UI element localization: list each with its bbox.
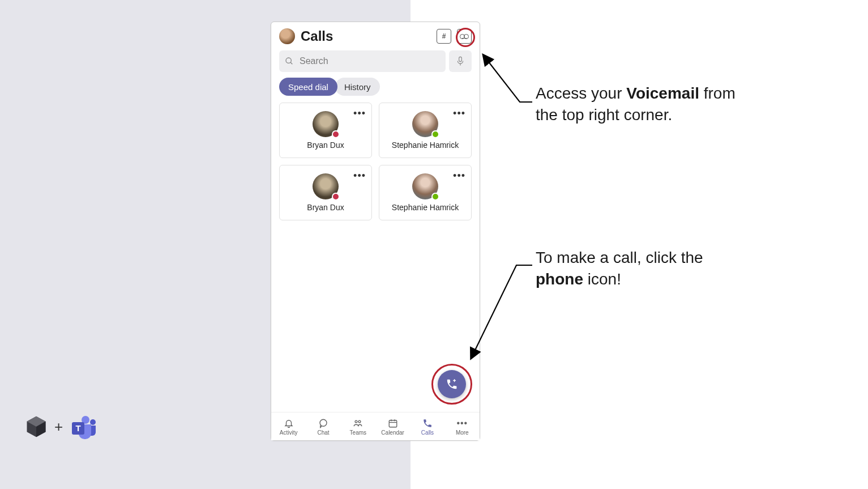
callout-phone: To make a call, click the phone icon! [536, 247, 739, 290]
presence-busy-icon [332, 130, 340, 138]
more-options-icon[interactable]: ••• [453, 170, 465, 182]
bottom-nav: Activity Chat Teams Calendar Calls ••• M… [271, 412, 480, 440]
tab-speed-dial[interactable]: Speed dial [279, 78, 337, 96]
svg-point-0 [286, 58, 291, 63]
svg-rect-2 [459, 57, 462, 61]
contact-name: Stephanie Hamrick [392, 203, 459, 212]
make-call-button[interactable] [438, 370, 466, 398]
search-icon [285, 57, 294, 66]
nav-label: Chat [317, 430, 329, 436]
calendar-icon [387, 418, 399, 429]
teams-logo-icon: T [69, 414, 97, 439]
nav-more[interactable]: ••• More [447, 418, 477, 436]
cube-logo-icon [24, 414, 49, 439]
speed-dial-grid: ••• Bryan Dux ••• Stephanie Hamrick ••• … [271, 103, 480, 220]
svg-rect-7 [389, 420, 397, 427]
contact-card[interactable]: ••• Stephanie Hamrick [379, 103, 472, 158]
phone-icon [422, 418, 433, 429]
avatar [313, 111, 339, 137]
tabs: Speed dial History [271, 78, 480, 103]
chat-icon [318, 418, 329, 429]
contact-name: Bryan Dux [307, 203, 344, 212]
voice-search-button[interactable] [449, 50, 472, 72]
nav-calls[interactable]: Calls [412, 418, 443, 436]
page-title: Calls [301, 28, 431, 44]
nav-label: Calendar [381, 430, 404, 436]
logo-cluster: + T [24, 414, 97, 439]
nav-teams[interactable]: Teams [343, 418, 373, 436]
svg-point-6 [358, 420, 361, 423]
presence-available-icon [431, 130, 439, 138]
contact-card[interactable]: ••• Stephanie Hamrick [379, 165, 472, 220]
svg-point-12 [90, 419, 96, 425]
nav-calendar[interactable]: Calendar [378, 418, 408, 436]
callout-text: To make a call, click the [536, 249, 703, 266]
avatar [412, 173, 438, 199]
presence-busy-icon [332, 193, 340, 201]
phone-add-icon [446, 378, 458, 390]
callout-voicemail: Access your Voicemail from the top right… [536, 83, 739, 126]
nav-label: More [456, 430, 469, 436]
more-icon: ••• [456, 418, 468, 429]
teams-icon [352, 418, 364, 429]
nav-chat[interactable]: Chat [308, 418, 339, 436]
nav-label: Calls [421, 430, 434, 436]
search-input[interactable]: Search [279, 50, 446, 72]
phone-header: Calls # [271, 22, 480, 50]
contact-card[interactable]: ••• Bryan Dux [279, 103, 372, 158]
callout-bold: phone [536, 270, 583, 288]
user-avatar[interactable] [279, 28, 295, 44]
svg-text:T: T [76, 423, 81, 433]
tab-history[interactable]: History [335, 78, 380, 96]
microphone-icon [456, 56, 464, 66]
contact-card[interactable]: ••• Bryan Dux [279, 165, 372, 220]
presence-available-icon [431, 193, 439, 201]
callout-text: icon! [583, 270, 621, 288]
search-row: Search [271, 50, 480, 78]
avatar [412, 111, 438, 137]
plus-text: + [54, 418, 63, 436]
callout-bold: Voicemail [626, 84, 699, 102]
phone-mockup: Calls # Search Speed dial History ••• Br… [271, 22, 480, 441]
nav-label: Teams [350, 430, 366, 436]
more-options-icon[interactable]: ••• [353, 170, 366, 182]
contact-name: Bryan Dux [307, 141, 344, 150]
contact-name: Stephanie Hamrick [392, 141, 459, 150]
voicemail-icon[interactable] [457, 29, 472, 44]
more-options-icon[interactable]: ••• [353, 108, 366, 120]
svg-point-4 [320, 419, 327, 426]
dialpad-icon[interactable]: # [437, 29, 451, 44]
svg-point-5 [355, 420, 357, 423]
search-placeholder: Search [300, 56, 328, 66]
bell-icon [283, 418, 294, 429]
more-options-icon[interactable]: ••• [453, 108, 465, 120]
callout-text: Access your [536, 84, 626, 102]
avatar [313, 173, 339, 199]
nav-label: Activity [280, 430, 298, 436]
svg-line-1 [290, 62, 292, 64]
nav-activity[interactable]: Activity [273, 418, 304, 436]
